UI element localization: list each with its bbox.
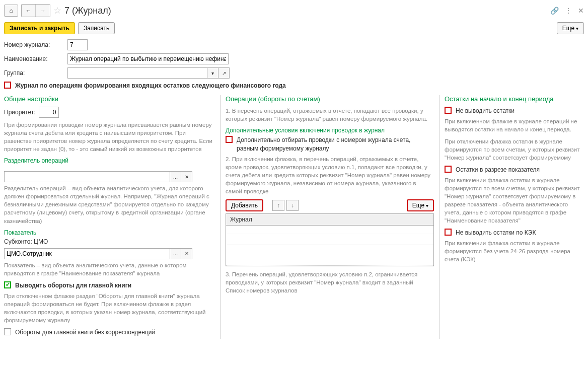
extra-cond-title: Дополнительные условия включения проводо…: [226, 127, 434, 134]
no-balances-help-off: При отключении флажка остатки в журнале …: [445, 137, 584, 162]
separator-title: Разделитель операций: [4, 157, 215, 164]
operations-p1: 1. В перечень операций, отражаемых в отч…: [226, 107, 434, 123]
group-input[interactable]: [67, 67, 207, 79]
toolbar: Записать и закрыть Записать Еще: [4, 22, 584, 34]
subkonto-input[interactable]: [4, 248, 170, 259]
name-label: Наименование:: [4, 55, 64, 62]
link-icon[interactable]: 🔗: [550, 7, 559, 15]
journal-no-label: Номер журнала:: [4, 41, 64, 48]
close-icon[interactable]: ✕: [578, 7, 584, 15]
no-corr-label: Обороты для главной книги без корреспонд…: [15, 328, 155, 337]
no-kek-label: Не выводить остатки по КЭК: [456, 229, 536, 237]
balances-title: Остатки на начало и конец периода: [445, 95, 584, 103]
priority-help: При формировании проводки номер журнала …: [4, 121, 215, 153]
page-title: 7 (Журнал): [64, 6, 111, 16]
home-button[interactable]: ⌂: [4, 5, 18, 17]
extra-filter-checkbox[interactable]: [226, 136, 233, 143]
no-kek-help: При включении флажка остатки в журнале ф…: [445, 239, 584, 263]
operations-p3: 3. Перечень операций, удовлетворяющих ус…: [226, 270, 434, 295]
operations-panel: Операции (обороты по счетам) 1. В перече…: [220, 95, 439, 339]
general-settings-title: Общие настройки: [4, 95, 215, 103]
favorite-icon[interactable]: ☆: [53, 5, 61, 16]
general-settings-panel: Общие настройки Приоритет: При формирова…: [4, 95, 220, 339]
operations-title: Операции (обороты по счетам): [226, 95, 434, 103]
group-label: Группа:: [4, 69, 64, 77]
no-balances-checkbox[interactable]: [445, 107, 452, 114]
group-dropdown-button[interactable]: ▾: [207, 67, 218, 79]
by-indicator-checkbox[interactable]: [445, 166, 452, 173]
add-button[interactable]: Добавить: [226, 199, 263, 211]
journal-no-input[interactable]: [67, 39, 88, 50]
incoming-balance-checkbox[interactable]: [4, 82, 11, 89]
group-open-button[interactable]: ↗: [218, 67, 230, 79]
no-corr-checkbox[interactable]: [4, 328, 11, 335]
separator-clear-button[interactable]: ✕: [181, 171, 192, 182]
subkonto-clear-button[interactable]: ✕: [181, 248, 192, 259]
subkonto-select-button[interactable]: …: [170, 248, 181, 259]
ledger-turnover-checkbox[interactable]: [4, 281, 11, 288]
move-down-button[interactable]: ↓: [286, 200, 299, 211]
forward-button[interactable]: →: [36, 5, 50, 17]
name-input[interactable]: [67, 53, 229, 64]
journals-table-body[interactable]: [226, 226, 433, 266]
nav-group: ← →: [21, 4, 50, 17]
incoming-balance-label: Журнал по операциям формирования входящи…: [15, 82, 286, 90]
back-button[interactable]: ←: [22, 5, 36, 17]
no-balances-label: Не выводить остатки: [456, 107, 514, 115]
ledger-turnover-label: Выводить обороты для главной книги: [15, 281, 131, 290]
operations-p2: 2. При включении флажка, в перечень опер…: [226, 155, 434, 195]
journals-table[interactable]: Журнал: [226, 213, 434, 266]
separator-select-button[interactable]: …: [170, 171, 181, 182]
by-indicator-label: Остатки в разрезе показателя: [456, 166, 540, 174]
priority-input[interactable]: [39, 107, 59, 118]
no-balances-help-on: При включенном флажке в журнале операций…: [445, 117, 584, 133]
extra-filter-label: Дополнительно отбирать проводки с номеро…: [237, 136, 428, 153]
balances-panel: Остатки на начало и конец периода Не выв…: [439, 95, 584, 339]
by-indicator-help: При включении флажка остатки в журнале ф…: [445, 176, 584, 225]
journals-table-header: Журнал: [226, 214, 433, 226]
priority-label: Приоритет:: [4, 109, 36, 116]
no-kek-checkbox[interactable]: [445, 229, 452, 236]
separator-input[interactable]: [4, 171, 170, 182]
subkonto-label: Субконто: ЦМО: [4, 238, 215, 245]
separator-help: Разделитель операций – вид объекта анали…: [4, 184, 215, 225]
indicator-title: Показатель: [4, 229, 215, 236]
move-up-button[interactable]: ↑: [272, 200, 284, 211]
ledger-turnover-help: При отключенном флажке раздел "Обороты д…: [4, 292, 215, 324]
more-button[interactable]: Еще: [557, 22, 584, 34]
kebab-icon[interactable]: ⋮: [565, 7, 572, 15]
header: ⌂ ← → ☆ 7 (Журнал) 🔗 ⋮ ✕: [4, 4, 584, 17]
indicator-help: Показатель – вид объекта аналитического …: [4, 261, 215, 277]
table-more-button[interactable]: Еще: [407, 199, 434, 211]
save-button[interactable]: Записать: [78, 22, 115, 34]
save-close-button[interactable]: Записать и закрыть: [4, 22, 75, 34]
